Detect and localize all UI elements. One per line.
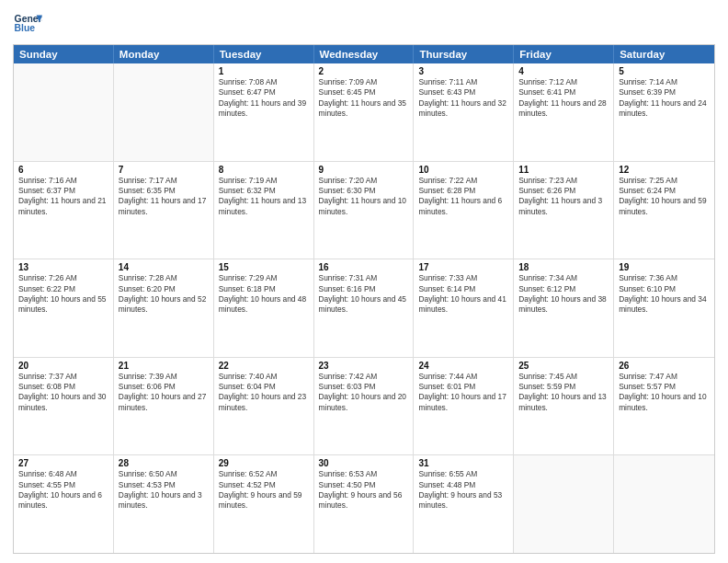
day-header-monday: Monday <box>114 45 214 63</box>
cell-daylight-info: Sunrise: 7:19 AM Sunset: 6:32 PM Dayligh… <box>219 176 309 217</box>
calendar-cell-7: 7Sunrise: 7:17 AM Sunset: 6:35 PM Daylig… <box>114 162 214 259</box>
calendar-cell-empty <box>14 63 114 161</box>
day-number: 17 <box>418 262 508 272</box>
page-header: General Blue <box>13 9 715 39</box>
day-header-friday: Friday <box>514 45 614 63</box>
cell-daylight-info: Sunrise: 6:52 AM Sunset: 4:52 PM Dayligh… <box>219 469 309 511</box>
calendar-cell-29: 29Sunrise: 6:52 AM Sunset: 4:52 PM Dayli… <box>214 455 314 553</box>
cell-daylight-info: Sunrise: 7:17 AM Sunset: 6:35 PM Dayligh… <box>119 176 209 217</box>
cell-daylight-info: Sunrise: 7:20 AM Sunset: 6:30 PM Dayligh… <box>319 176 409 217</box>
cell-daylight-info: Sunrise: 6:50 AM Sunset: 4:53 PM Dayligh… <box>119 469 209 511</box>
day-number: 2 <box>319 66 409 76</box>
calendar-cell-12: 12Sunrise: 7:25 AM Sunset: 6:24 PM Dayli… <box>614 162 714 259</box>
cell-daylight-info: Sunrise: 7:39 AM Sunset: 6:06 PM Dayligh… <box>119 372 209 413</box>
day-header-sunday: Sunday <box>14 45 114 63</box>
calendar-cell-21: 21Sunrise: 7:39 AM Sunset: 6:06 PM Dayli… <box>114 358 214 455</box>
calendar-row-1: 1Sunrise: 7:08 AM Sunset: 6:47 PM Daylig… <box>14 63 714 161</box>
cell-daylight-info: Sunrise: 7:44 AM Sunset: 6:01 PM Dayligh… <box>418 372 508 413</box>
cell-daylight-info: Sunrise: 7:42 AM Sunset: 6:03 PM Dayligh… <box>319 372 409 413</box>
svg-text:Blue: Blue <box>15 23 36 33</box>
day-header-thursday: Thursday <box>414 45 514 63</box>
cell-daylight-info: Sunrise: 7:11 AM Sunset: 6:43 PM Dayligh… <box>418 77 508 119</box>
day-header-saturday: Saturday <box>614 45 714 63</box>
cell-daylight-info: Sunrise: 7:31 AM Sunset: 6:16 PM Dayligh… <box>319 273 409 315</box>
calendar-cell-14: 14Sunrise: 7:28 AM Sunset: 6:20 PM Dayli… <box>114 259 214 357</box>
calendar-cell-empty <box>514 455 614 553</box>
day-number: 1 <box>219 66 309 76</box>
day-number: 28 <box>119 458 209 468</box>
cell-daylight-info: Sunrise: 7:28 AM Sunset: 6:20 PM Dayligh… <box>119 273 209 315</box>
calendar-cell-11: 11Sunrise: 7:23 AM Sunset: 6:26 PM Dayli… <box>514 162 614 259</box>
day-number: 3 <box>418 66 508 76</box>
calendar-cell-18: 18Sunrise: 7:34 AM Sunset: 6:12 PM Dayli… <box>514 259 614 357</box>
day-number: 24 <box>418 361 508 371</box>
day-number: 16 <box>319 262 409 272</box>
cell-daylight-info: Sunrise: 7:12 AM Sunset: 6:41 PM Dayligh… <box>518 77 609 119</box>
calendar-row-4: 20Sunrise: 7:37 AM Sunset: 6:08 PM Dayli… <box>14 357 714 455</box>
calendar-cell-27: 27Sunrise: 6:48 AM Sunset: 4:55 PM Dayli… <box>14 455 114 553</box>
day-number: 29 <box>219 458 309 468</box>
calendar-cell-28: 28Sunrise: 6:50 AM Sunset: 4:53 PM Dayli… <box>114 455 214 553</box>
cell-daylight-info: Sunrise: 7:40 AM Sunset: 6:04 PM Dayligh… <box>219 372 309 413</box>
day-number: 5 <box>619 66 710 76</box>
cell-daylight-info: Sunrise: 7:36 AM Sunset: 6:10 PM Dayligh… <box>619 273 710 315</box>
cell-daylight-info: Sunrise: 7:23 AM Sunset: 6:26 PM Dayligh… <box>518 176 609 217</box>
cell-daylight-info: Sunrise: 7:09 AM Sunset: 6:45 PM Dayligh… <box>319 77 409 119</box>
calendar-cell-26: 26Sunrise: 7:47 AM Sunset: 5:57 PM Dayli… <box>614 358 714 455</box>
calendar-cell-3: 3Sunrise: 7:11 AM Sunset: 6:43 PM Daylig… <box>414 63 514 161</box>
calendar-cell-31: 31Sunrise: 6:55 AM Sunset: 4:48 PM Dayli… <box>414 455 514 553</box>
cell-daylight-info: Sunrise: 7:47 AM Sunset: 5:57 PM Dayligh… <box>619 372 710 413</box>
calendar-cell-15: 15Sunrise: 7:29 AM Sunset: 6:18 PM Dayli… <box>214 259 314 357</box>
cell-daylight-info: Sunrise: 7:33 AM Sunset: 6:14 PM Dayligh… <box>418 273 508 315</box>
cell-daylight-info: Sunrise: 6:53 AM Sunset: 4:50 PM Dayligh… <box>319 469 409 511</box>
calendar: SundayMondayTuesdayWednesdayThursdayFrid… <box>13 44 715 554</box>
day-number: 19 <box>619 262 710 272</box>
calendar-cell-empty <box>614 455 714 553</box>
cell-daylight-info: Sunrise: 7:26 AM Sunset: 6:22 PM Dayligh… <box>18 273 108 315</box>
cell-daylight-info: Sunrise: 7:29 AM Sunset: 6:18 PM Dayligh… <box>219 273 309 315</box>
calendar-cell-6: 6Sunrise: 7:16 AM Sunset: 6:37 PM Daylig… <box>14 162 114 259</box>
calendar-cell-16: 16Sunrise: 7:31 AM Sunset: 6:16 PM Dayli… <box>314 259 415 357</box>
cell-daylight-info: Sunrise: 6:55 AM Sunset: 4:48 PM Dayligh… <box>418 469 508 511</box>
calendar-cell-2: 2Sunrise: 7:09 AM Sunset: 6:45 PM Daylig… <box>314 63 415 161</box>
cell-daylight-info: Sunrise: 7:16 AM Sunset: 6:37 PM Dayligh… <box>18 176 108 217</box>
logo-icon: General Blue <box>13 9 42 39</box>
day-number: 26 <box>619 361 710 371</box>
calendar-cell-10: 10Sunrise: 7:22 AM Sunset: 6:28 PM Dayli… <box>414 162 514 259</box>
cell-daylight-info: Sunrise: 7:14 AM Sunset: 6:39 PM Dayligh… <box>619 77 710 119</box>
cell-daylight-info: Sunrise: 7:37 AM Sunset: 6:08 PM Dayligh… <box>18 372 108 413</box>
calendar-cell-20: 20Sunrise: 7:37 AM Sunset: 6:08 PM Dayli… <box>14 358 114 455</box>
day-number: 14 <box>119 262 209 272</box>
calendar-cell-1: 1Sunrise: 7:08 AM Sunset: 6:47 PM Daylig… <box>214 63 314 161</box>
calendar-cell-22: 22Sunrise: 7:40 AM Sunset: 6:04 PM Dayli… <box>214 358 314 455</box>
logo: General Blue <box>13 9 42 39</box>
calendar-cell-13: 13Sunrise: 7:26 AM Sunset: 6:22 PM Dayli… <box>14 259 114 357</box>
calendar-cell-25: 25Sunrise: 7:45 AM Sunset: 5:59 PM Dayli… <box>514 358 614 455</box>
calendar-row-5: 27Sunrise: 6:48 AM Sunset: 4:55 PM Dayli… <box>14 454 714 553</box>
day-header-tuesday: Tuesday <box>214 45 314 63</box>
day-number: 13 <box>18 262 108 272</box>
day-number: 12 <box>619 165 710 175</box>
day-number: 9 <box>319 165 409 175</box>
day-number: 8 <box>219 165 309 175</box>
day-number: 25 <box>518 361 609 371</box>
day-number: 11 <box>518 165 609 175</box>
cell-daylight-info: Sunrise: 7:45 AM Sunset: 5:59 PM Dayligh… <box>518 372 609 413</box>
day-header-wednesday: Wednesday <box>314 45 415 63</box>
calendar-header: SundayMondayTuesdayWednesdayThursdayFrid… <box>14 45 714 63</box>
calendar-row-2: 6Sunrise: 7:16 AM Sunset: 6:37 PM Daylig… <box>14 161 714 259</box>
calendar-cell-23: 23Sunrise: 7:42 AM Sunset: 6:03 PM Dayli… <box>314 358 415 455</box>
day-number: 27 <box>18 458 108 468</box>
calendar-row-3: 13Sunrise: 7:26 AM Sunset: 6:22 PM Dayli… <box>14 259 714 357</box>
day-number: 7 <box>119 165 209 175</box>
calendar-cell-17: 17Sunrise: 7:33 AM Sunset: 6:14 PM Dayli… <box>414 259 514 357</box>
cell-daylight-info: Sunrise: 6:48 AM Sunset: 4:55 PM Dayligh… <box>18 469 108 511</box>
calendar-cell-empty <box>114 63 214 161</box>
day-number: 10 <box>418 165 508 175</box>
day-number: 30 <box>319 458 409 468</box>
day-number: 23 <box>319 361 409 371</box>
calendar-cell-9: 9Sunrise: 7:20 AM Sunset: 6:30 PM Daylig… <box>314 162 415 259</box>
day-number: 20 <box>18 361 108 371</box>
day-number: 21 <box>119 361 209 371</box>
calendar-cell-5: 5Sunrise: 7:14 AM Sunset: 6:39 PM Daylig… <box>614 63 714 161</box>
